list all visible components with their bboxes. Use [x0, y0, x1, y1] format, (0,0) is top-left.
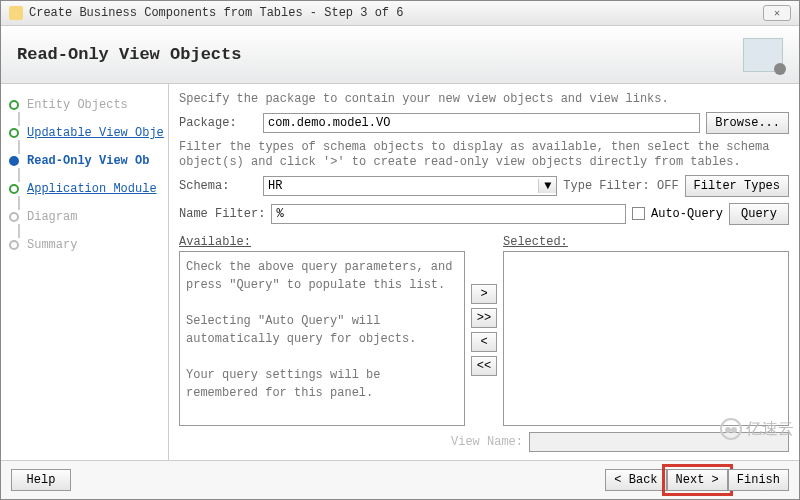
main-panel: Specify the package to contain your new …	[169, 84, 799, 460]
step-label: Read-Only View Ob	[27, 154, 149, 168]
window-title: Create Business Components from Tables -…	[29, 6, 763, 20]
name-filter-row: Name Filter: Auto-Query Query	[179, 203, 789, 225]
app-icon	[9, 6, 23, 20]
step-bullet-icon	[9, 128, 19, 138]
filter-types-button[interactable]: Filter Types	[685, 175, 789, 197]
step-application-module[interactable]: Application Module	[7, 178, 168, 200]
chevron-down-icon: ▼	[538, 179, 556, 193]
view-name-input	[529, 432, 789, 452]
package-input[interactable]	[263, 113, 700, 133]
add-all-button[interactable]: >>	[471, 308, 497, 328]
schema-row: Schema: HR ▼ Type Filter: OFF Filter Typ…	[179, 175, 789, 197]
close-button[interactable]: ✕	[763, 5, 791, 21]
step-label: Application Module	[27, 182, 157, 196]
add-button[interactable]: >	[471, 284, 497, 304]
step-label: Entity Objects	[27, 98, 128, 112]
schema-combo[interactable]: HR ▼	[263, 176, 557, 196]
schema-value: HR	[264, 179, 538, 193]
header-graphic-icon	[743, 38, 783, 72]
auto-query-label: Auto-Query	[651, 207, 723, 221]
name-filter-input[interactable]	[271, 204, 626, 224]
wizard-window: Create Business Components from Tables -…	[0, 0, 800, 500]
query-button[interactable]: Query	[729, 203, 789, 225]
available-label: Available:	[179, 235, 465, 249]
selected-label: Selected:	[503, 235, 789, 249]
step-label: Updatable View Obje	[27, 126, 164, 140]
wizard-footer: Help < Back Next > Finish	[1, 460, 799, 499]
remove-button[interactable]: <	[471, 332, 497, 352]
shuttle-buttons: > >> < <<	[471, 235, 497, 426]
remove-all-button[interactable]: <<	[471, 356, 497, 376]
browse-button[interactable]: Browse...	[706, 112, 789, 134]
help-button[interactable]: Help	[11, 469, 71, 491]
name-filter-label: Name Filter:	[179, 207, 265, 221]
next-button[interactable]: Next >	[667, 469, 728, 491]
page-title: Read-Only View Objects	[17, 45, 241, 64]
step-summary: Summary	[7, 234, 168, 256]
shuttle-section: Available: Check the above query paramet…	[179, 235, 789, 426]
wizard-body: Entity Objects Updatable View Obje Read-…	[1, 84, 799, 460]
package-label: Package:	[179, 116, 257, 130]
steps-sidebar: Entity Objects Updatable View Obje Read-…	[1, 84, 169, 460]
selected-column: Selected:	[503, 235, 789, 426]
step-label: Summary	[27, 238, 77, 252]
finish-button[interactable]: Finish	[728, 469, 789, 491]
titlebar: Create Business Components from Tables -…	[1, 1, 799, 26]
step-bullet-icon	[9, 100, 19, 110]
wizard-header: Read-Only View Objects	[1, 26, 799, 84]
schema-label: Schema:	[179, 179, 257, 193]
step-bullet-icon	[9, 240, 19, 250]
available-column: Available: Check the above query paramet…	[179, 235, 465, 426]
view-name-row: View Name:	[179, 432, 789, 452]
back-button[interactable]: < Back	[605, 469, 666, 491]
auto-query-checkbox[interactable]	[632, 207, 645, 220]
step-bullet-icon	[9, 212, 19, 222]
available-list[interactable]: Check the above query parameters, and pr…	[179, 251, 465, 426]
step-bullet-icon	[9, 184, 19, 194]
step-updatable-view[interactable]: Updatable View Obje	[7, 122, 168, 144]
instruction-text: Specify the package to contain your new …	[179, 92, 789, 108]
type-filter-status: Type Filter: OFF	[563, 179, 678, 193]
step-label: Diagram	[27, 210, 77, 224]
step-diagram: Diagram	[7, 206, 168, 228]
selected-list[interactable]	[503, 251, 789, 426]
view-name-label: View Name:	[179, 435, 523, 449]
step-entity-objects: Entity Objects	[7, 94, 168, 116]
instruction-text-2: Filter the types of schema objects to di…	[179, 140, 789, 171]
step-readonly-view: Read-Only View Ob	[7, 150, 168, 172]
step-bullet-icon	[9, 156, 19, 166]
package-row: Package: Browse...	[179, 112, 789, 134]
